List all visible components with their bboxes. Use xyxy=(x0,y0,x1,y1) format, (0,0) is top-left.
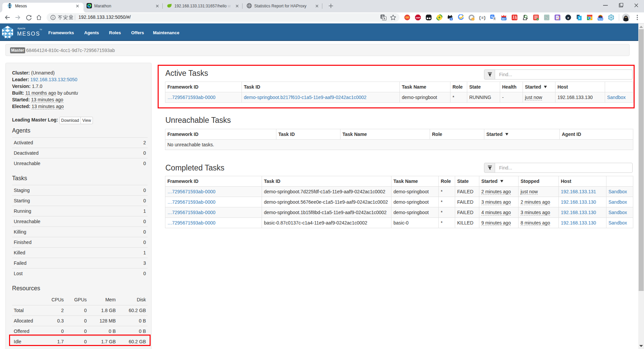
svg-text:99+: 99+ xyxy=(502,17,506,20)
svg-text:1: 1 xyxy=(472,18,474,20)
svg-text:1: 1 xyxy=(450,18,452,20)
svg-text:New: New xyxy=(598,18,603,20)
svg-text:{≡}: {≡} xyxy=(479,16,485,20)
svg-text:S: S xyxy=(545,15,548,20)
svg-text:ABP: ABP xyxy=(416,16,420,19)
svg-text:e: e xyxy=(568,16,569,19)
